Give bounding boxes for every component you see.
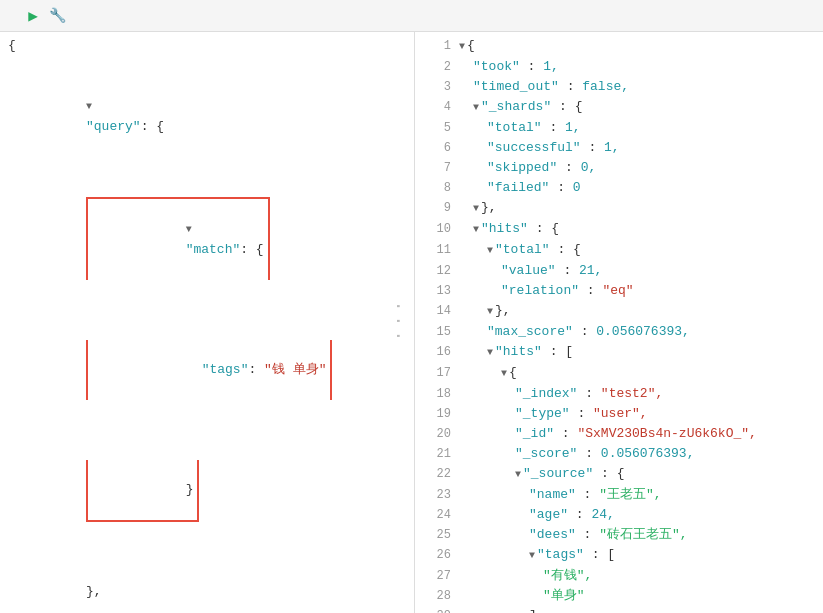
right-line-10: 10▼"hits" : { [423, 219, 815, 240]
line-number: 23 [423, 485, 451, 505]
play-icon[interactable]: ▶ [24, 7, 42, 25]
left-panel: { ▼ "query": { ▼ "match": { [0, 32, 415, 613]
right-line-14: 14▼}, [423, 301, 815, 322]
line-number: 11 [423, 240, 451, 260]
line-number: 1 [423, 36, 451, 56]
collapse-arrow[interactable]: ▼ [487, 347, 493, 358]
line-number: 5 [423, 118, 451, 138]
collapse-arrow[interactable]: ▼ [473, 224, 479, 235]
line-number: 18 [423, 384, 451, 404]
line-number: 2 [423, 57, 451, 77]
collapse-arrow[interactable]: ▼ [473, 102, 479, 113]
left-line-2: ▼ "query": { [8, 56, 406, 157]
line-number: 24 [423, 505, 451, 525]
main-content: { ▼ "query": { ▼ "match": { [0, 32, 823, 613]
right-line-16: 16▼"hits" : [ [423, 342, 815, 363]
right-line-8: 8"failed" : 0 [423, 178, 815, 198]
right-code-block: 1▼{2"took" : 1,3"timed_out" : false,4▼"_… [415, 36, 823, 613]
right-line-7: 7"skipped" : 0, [423, 158, 815, 178]
toolbar-icons: ▶ 🔧 [24, 7, 66, 25]
line-number: 16 [423, 342, 451, 362]
right-line-5: 5"total" : 1, [423, 118, 815, 138]
toolbar: ▶ 🔧 [0, 0, 823, 32]
right-line-26: 26▼"tags" : [ [423, 545, 815, 566]
line-number: 4 [423, 97, 451, 117]
line-number: 3 [423, 77, 451, 97]
right-line-25: 25"dees" : "砖石王老五", [423, 525, 815, 545]
line-number: 29 [423, 606, 451, 613]
collapse-arrow[interactable]: ▼ [459, 41, 465, 52]
collapse-arrow-match[interactable]: ▼ [186, 224, 192, 235]
right-line-20: 20"_id" : "SxMV230Bs4n-zU6k6kO_", [423, 424, 815, 444]
right-line-6: 6"successful" : 1, [423, 138, 815, 158]
right-line-1: 1▼{ [423, 36, 815, 57]
right-line-18: 18"_index" : "test2", [423, 384, 815, 404]
right-line-23: 23"name" : "王老五", [423, 485, 815, 505]
right-line-3: 3"timed_out" : false, [423, 77, 815, 97]
right-line-4: 4▼"_shards" : { [423, 97, 815, 118]
line-number: 6 [423, 138, 451, 158]
line-number: 13 [423, 281, 451, 301]
collapse-arrow[interactable]: ▼ [473, 203, 479, 214]
line-number: 20 [423, 424, 451, 444]
line-number: 27 [423, 566, 451, 586]
panel-separator: ··· [388, 300, 408, 344]
line-number: 25 [423, 525, 451, 545]
line-number: 15 [423, 322, 451, 342]
right-line-29: 29] [423, 606, 815, 613]
collapse-arrow[interactable]: ▼ [86, 101, 92, 112]
right-line-21: 21"_score" : 0.056076393, [423, 444, 815, 464]
collapse-arrow[interactable]: ▼ [487, 245, 493, 256]
left-line-6: }, [8, 542, 406, 613]
right-panel: 1▼{2"took" : 1,3"timed_out" : false,4▼"_… [415, 32, 823, 613]
line-number: 19 [423, 404, 451, 424]
line-number: 14 [423, 301, 451, 321]
left-line-1: { [8, 36, 406, 56]
wrench-icon[interactable]: 🔧 [48, 7, 66, 25]
line-number: 12 [423, 261, 451, 281]
right-line-13: 13"relation" : "eq" [423, 281, 815, 301]
line-number: 7 [423, 158, 451, 178]
collapse-arrow[interactable]: ▼ [529, 550, 535, 561]
collapse-arrow[interactable]: ▼ [487, 306, 493, 317]
line-number: 10 [423, 219, 451, 239]
right-line-22: 22▼"_source" : { [423, 464, 815, 485]
line-number: 8 [423, 178, 451, 198]
right-line-15: 15"max_score" : 0.056076393, [423, 322, 815, 342]
right-line-19: 19"_type" : "user", [423, 404, 815, 424]
line-number: 28 [423, 586, 451, 606]
line-number: 21 [423, 444, 451, 464]
line-number: 22 [423, 464, 451, 484]
left-line-5: } [8, 420, 406, 542]
line-number: 17 [423, 363, 451, 383]
right-line-11: 11▼"total" : { [423, 240, 815, 261]
right-line-2: 2"took" : 1, [423, 57, 815, 77]
right-line-12: 12"value" : 21, [423, 261, 815, 281]
right-line-17: 17▼{ [423, 363, 815, 384]
left-line-4: "tags": "钱 单身" [8, 300, 406, 420]
collapse-arrow[interactable]: ▼ [515, 469, 521, 480]
right-line-9: 9▼}, [423, 198, 815, 219]
left-line-3: ▼ "match": { [8, 157, 406, 300]
collapse-arrow[interactable]: ▼ [501, 368, 507, 379]
right-line-24: 24"age" : 24, [423, 505, 815, 525]
right-line-28: 28"单身" [423, 586, 815, 606]
line-number: 26 [423, 545, 451, 565]
right-line-27: 27"有钱", [423, 566, 815, 586]
left-code-block: { ▼ "query": { ▼ "match": { [0, 36, 414, 613]
line-number: 9 [423, 198, 451, 218]
